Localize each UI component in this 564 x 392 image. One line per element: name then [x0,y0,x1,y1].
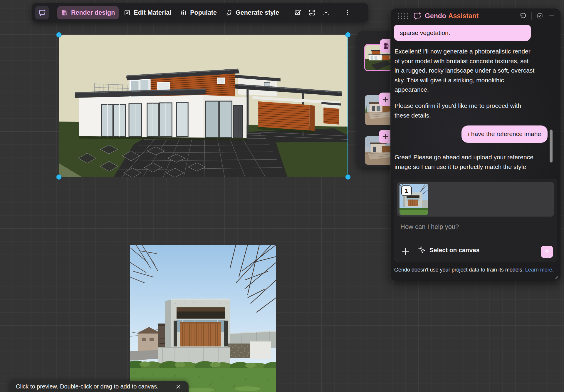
people-icon [180,9,187,16]
assistant-message-line: image so I can use it to perfectly match… [395,162,533,172]
download-button[interactable] [320,6,333,19]
image-sparkle-icon [294,9,302,16]
gendo-assistant-panel: Gendo Assistant [390,8,561,281]
header-divider [531,12,532,20]
drag-dots-icon [397,12,409,20]
privacy-text: Gendo doesn't use your project data to t… [394,267,524,273]
hint-text: Click to preview. Double-click or drag t… [16,383,159,390]
assistant-message-line: Please confirm if you'd like me to proce… [395,101,521,111]
chat-composer[interactable]: 1 How can I help you? Select on canvas [394,179,557,262]
plus-icon [401,246,411,256]
render-design-button[interactable]: Render design [57,6,119,19]
top-toolbar: Render design Edit Material Populate Gen… [32,3,368,22]
generate-style-button[interactable]: Generate style [222,6,283,19]
learn-more-link[interactable]: Learn more [525,267,552,273]
panel-resize-handle[interactable] [554,275,558,279]
generate-style-label: Generate style [236,9,279,16]
expand-image-button[interactable] [306,6,318,19]
select-on-canvas-button[interactable]: Select on canvas [418,246,479,254]
hint-close-button[interactable] [175,383,182,390]
download-icon [322,9,330,16]
canvas-hint-bar: Click to preview. Double-click or drag t… [9,381,189,392]
selection-handle-top-left[interactable] [56,32,61,37]
assistant-message-line: these details. [395,111,521,120]
assistant-message: Excellent! I'll now generate a photoreal… [395,47,534,95]
plus-icon [382,133,390,140]
assistant-header-actions [520,9,555,23]
assistant-message-line: Great! Please go ahead and upload your r… [395,153,533,162]
attached-image-thumbnail[interactable]: 1 [400,184,428,215]
gendo-logo-button[interactable] [35,6,49,19]
assistant-message: Great! Please go ahead and upload your r… [395,153,533,172]
select-on-canvas-label: Select on canvas [429,247,479,254]
edit-material-button[interactable]: Edit Material [120,6,175,19]
plus-icon [382,96,390,103]
user-message-bubble: i have the reference imahe [461,125,548,143]
assistant-message-line: appearance. [395,85,534,95]
reference-photo-canvas-item[interactable] [130,245,276,392]
resize-grip-icon [554,275,558,279]
image-expand-icon [308,9,316,16]
expand-icon [536,12,543,19]
selected-canvas-image[interactable] [59,35,348,177]
gendo-assistant-logo [412,11,422,21]
privacy-suffix: . [552,267,554,273]
sketchup-house-render [59,35,348,177]
minimize-icon [548,12,555,19]
selection-handle-bottom-right[interactable] [345,175,350,180]
reset-chat-button[interactable] [520,12,527,19]
chat-scrollbar-thumb[interactable] [550,130,553,163]
close-icon [175,383,182,390]
cursor-sparkle-icon [418,246,426,254]
user-message-text: sparse vegetation. [400,28,525,38]
assistant-title: Gendo Assistant [425,9,479,23]
selection-handle-top-right[interactable] [345,32,350,37]
privacy-footer: Gendo doesn't use your project data to t… [394,266,555,274]
generate-image-button[interactable] [291,6,304,19]
selection-handle-bottom-left[interactable] [56,175,61,180]
populate-label: Populate [190,9,217,16]
more-options-icon [344,9,351,16]
reset-icon [520,12,527,19]
assistant-message-line: of your model with brutalist concrete te… [395,56,534,66]
send-arrow-icon [543,248,550,255]
style-card-icon [226,9,233,16]
add-attachment-button[interactable] [401,246,411,256]
assistant-message-line: in a rugged, rocky landscape under a sof… [395,66,534,76]
toolbar-divider [287,8,287,17]
user-message-text: i have the reference imahe [468,130,541,137]
send-button[interactable] [541,246,553,258]
toolbar-divider [53,8,53,17]
minimize-panel-button[interactable] [548,12,555,19]
user-message-bubble: sparse vegetation. [394,25,531,41]
assistant-message-line: sky. This will give it a striking, monol… [395,76,534,85]
edit-material-label: Edit Material [134,9,171,16]
assistant-title-secondary: Assistant [448,12,479,20]
concrete-house-photo [130,245,276,392]
populate-button[interactable]: Populate [176,6,221,19]
more-options-button[interactable] [341,6,354,19]
thumbnail-divider [363,84,392,84]
expand-panel-button[interactable] [536,12,543,19]
composer-actions-row: Select on canvas [394,241,557,262]
gendo-logo-icon [412,11,422,21]
render-design-label: Render design [71,9,115,16]
composer-placeholder: How can I help you? [400,223,459,231]
attachment-count-badge: 1 [401,185,412,196]
drag-handle[interactable] [397,12,409,20]
material-swatch-icon [124,9,131,16]
assistant-message: Please confirm if you'd like me to proce… [395,101,521,120]
toolbar-divider [337,8,337,17]
assistant-message-line: Excellent! I'll now generate a photoreal… [395,47,534,56]
gendo-logo-icon [38,9,46,17]
building-grid-icon [61,9,68,16]
attachment-strip: 1 [397,182,554,217]
assistant-header: Gendo Assistant [391,9,560,23]
building-grid-icon [383,42,390,50]
assistant-title-primary: Gendo [425,12,446,20]
